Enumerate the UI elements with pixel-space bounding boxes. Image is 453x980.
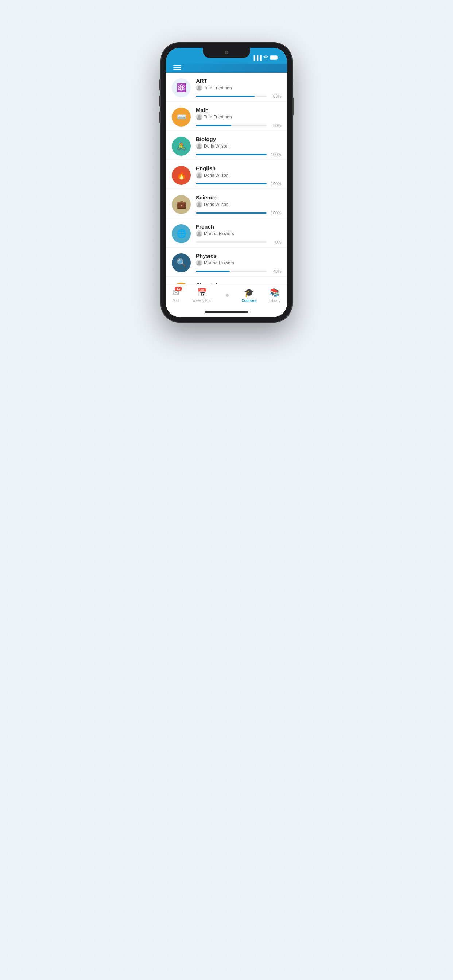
mail-label: Mail — [172, 299, 179, 302]
progress-bar-bg-math — [196, 125, 266, 126]
course-teacher-science: Doris Wilson — [196, 201, 281, 208]
course-item-science[interactable]: 💼 Science Doris Wilson 100% — [166, 189, 287, 218]
progress-pct-art: 83% — [270, 94, 281, 99]
progress-row-math: 50% — [196, 123, 281, 127]
course-name-math: Math — [196, 107, 281, 113]
course-item-physics-m[interactable]: 🔍 Physics Martha Flowers 48% — [166, 248, 287, 277]
course-teacher-physics-m: Martha Flowers — [196, 259, 281, 266]
progress-pct-science: 100% — [270, 211, 281, 215]
course-icon-science: 💼 — [172, 195, 191, 214]
phone-notch — [203, 48, 250, 58]
teacher-avatar-math — [196, 114, 203, 120]
progress-pct-biology: 100% — [270, 153, 281, 157]
course-item-french[interactable]: 🌐 French Martha Flowers 0% — [166, 218, 287, 248]
progress-bar-fill-art — [196, 95, 255, 97]
course-name-physics-m: Physics — [196, 253, 281, 259]
bottom-nav: ✉ 11 Mail 📅 Weekly Plan 🎓 Courses 📚 Libr… — [166, 284, 287, 309]
course-icon-art: ⚛️ — [172, 78, 191, 97]
course-icon-math: ⌨️ — [172, 108, 191, 127]
teacher-avatar-physics-m — [196, 259, 203, 266]
nav-item-home[interactable] — [226, 294, 229, 297]
progress-bar-fill-science — [196, 212, 266, 214]
progress-bar-bg-art — [196, 95, 266, 97]
nav-item-library[interactable]: 📚 Library — [269, 288, 281, 302]
course-teacher-french: Martha Flowers — [196, 231, 281, 237]
course-name-chemistry: Chemistry — [196, 282, 281, 284]
course-icon-french: 🌐 — [172, 224, 191, 243]
progress-bar-fill-math — [196, 125, 231, 126]
svg-point-5 — [198, 115, 201, 118]
svg-rect-1 — [278, 57, 278, 58]
mail-badge: 11 — [175, 286, 182, 291]
course-teacher-biology: Doris Wilson — [196, 143, 281, 150]
progress-bar-bg-physics-m — [196, 270, 266, 272]
progress-bar-bg-french — [196, 241, 266, 243]
course-item-math[interactable]: ⌨️ Math Tom Friedman 50% — [166, 102, 287, 131]
home-bar — [166, 309, 287, 317]
progress-bar-fill-biology — [196, 154, 266, 155]
course-name-science: Science — [196, 194, 281, 200]
course-item-english[interactable]: 🔥 English Doris Wilson 100% — [166, 160, 287, 189]
signal-icon: ▐▐▐ — [252, 56, 262, 60]
course-info-english: English Doris Wilson 100% — [196, 165, 281, 186]
courses-icon: 🎓 — [244, 288, 254, 297]
course-name-art: ART — [196, 78, 281, 84]
progress-bar-fill-english — [196, 183, 266, 185]
course-teacher-math: Tom Friedman — [196, 114, 281, 120]
course-item-chemistry[interactable]: 📊 Chemistry Martha Flowers 100% — [166, 277, 287, 284]
progress-pct-physics-m: 48% — [270, 269, 281, 274]
progress-bar-bg-english — [196, 183, 266, 185]
wifi-icon — [263, 56, 268, 61]
notch-camera — [225, 51, 228, 54]
progress-row-biology: 100% — [196, 153, 281, 157]
svg-point-11 — [198, 202, 201, 205]
progress-row-science: 100% — [196, 211, 281, 215]
app-header — [166, 64, 287, 73]
battery-icon — [270, 56, 278, 61]
course-info-biology: Biology Doris Wilson 100% — [196, 136, 281, 157]
course-info-science: Science Doris Wilson 100% — [196, 194, 281, 215]
library-icon-wrapper: 📚 — [270, 288, 280, 298]
progress-row-art: 83% — [196, 94, 281, 99]
progress-bar-bg-biology — [196, 154, 266, 155]
course-item-biology[interactable]: 🚴 Biology Doris Wilson 100% — [166, 131, 287, 160]
course-icon-english: 🔥 — [172, 166, 191, 185]
teacher-avatar-biology — [196, 143, 203, 150]
course-icon-physics-m: 🔍 — [172, 253, 191, 272]
progress-bar-fill-physics-m — [196, 270, 230, 272]
progress-row-english: 100% — [196, 181, 281, 186]
nav-item-mail[interactable]: ✉ 11 Mail — [172, 288, 179, 302]
course-info-physics-m: Physics Martha Flowers 48% — [196, 253, 281, 274]
progress-pct-english: 100% — [270, 181, 281, 186]
svg-point-3 — [198, 86, 201, 88]
hamburger-menu[interactable] — [173, 65, 181, 70]
phone-frame: ▐▐▐ — [161, 43, 292, 322]
course-info-art: ART Tom Friedman 83% — [196, 78, 281, 99]
courses-label: Courses — [241, 299, 256, 302]
svg-point-7 — [198, 144, 201, 146]
progress-pct-math: 50% — [270, 123, 281, 127]
course-list[interactable]: ⚛️ ART Tom Friedman 83% — [166, 73, 287, 284]
course-item-art[interactable]: ⚛️ ART Tom Friedman 83% — [166, 73, 287, 102]
course-icon-biology: 🚴 — [172, 137, 191, 156]
course-teacher-english: Doris Wilson — [196, 172, 281, 179]
course-teacher-art: Tom Friedman — [196, 84, 281, 91]
svg-point-13 — [198, 232, 201, 234]
progress-row-french: 0% — [196, 240, 281, 244]
mail-icon-wrapper: ✉ 11 — [172, 288, 179, 298]
svg-point-15 — [198, 261, 201, 263]
course-name-biology: Biology — [196, 136, 281, 142]
weekly-icon: 📅 — [197, 288, 207, 297]
teacher-avatar-french — [196, 231, 203, 237]
nav-item-weekly[interactable]: 📅 Weekly Plan — [192, 288, 212, 302]
nav-item-courses[interactable]: 🎓 Courses — [241, 288, 256, 302]
home-icon-wrapper — [226, 294, 229, 297]
svg-point-9 — [198, 173, 201, 176]
status-icons: ▐▐▐ — [252, 56, 278, 61]
course-info-french: French Martha Flowers 0% — [196, 223, 281, 244]
library-label: Library — [269, 299, 281, 302]
teacher-avatar-english — [196, 172, 203, 179]
home-indicator — [205, 311, 248, 313]
courses-icon-wrapper: 🎓 — [244, 288, 254, 298]
course-name-french: French — [196, 223, 281, 230]
